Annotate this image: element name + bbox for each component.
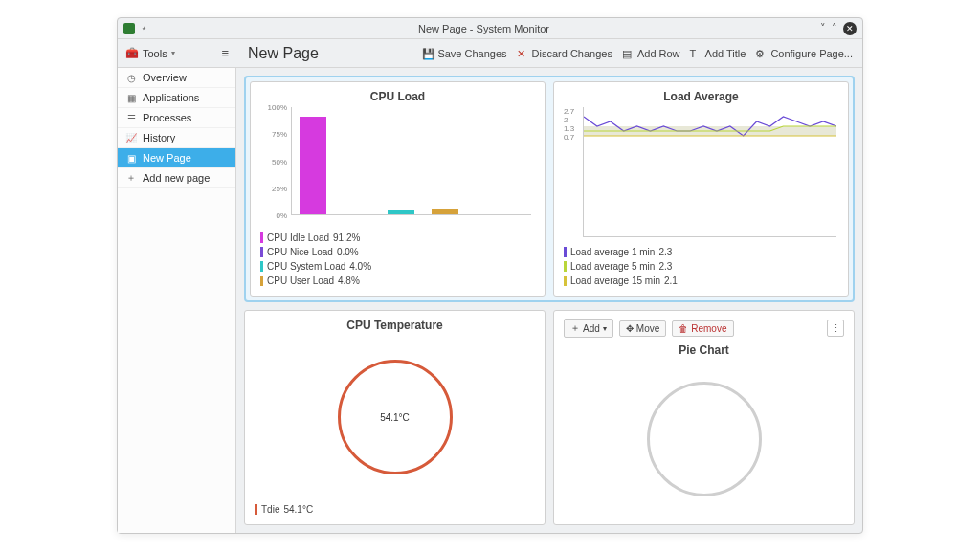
speedometer-icon: ◷ xyxy=(125,72,137,83)
chevron-down-icon: ▾ xyxy=(603,324,607,333)
row-2: CPU Temperature 54.1°C Tdie 54.1°C ＋ Add xyxy=(244,310,855,525)
page-title: New Page xyxy=(236,45,351,62)
legend-item: Load average 1 min 2.3 xyxy=(564,245,838,259)
legend-item: CPU Nice Load 0.0% xyxy=(260,245,535,259)
list-icon: ☰ xyxy=(125,112,137,123)
titlebar: ⋆ New Page - System Monitor ˅ ˄ ✕ xyxy=(118,18,862,39)
discard-changes-button[interactable]: ✕ Discard Changes xyxy=(517,48,612,59)
legend-item: Load average 5 min 2.3 xyxy=(564,259,838,274)
tools-menu[interactable]: 🧰 Tools ▾ xyxy=(125,47,175,59)
minimize-button[interactable]: ˅ xyxy=(820,22,826,34)
pie-ring-empty xyxy=(647,382,762,496)
chart-icon: 📈 xyxy=(125,132,137,143)
move-button[interactable]: ✥ Move xyxy=(619,320,666,337)
sidebar-item-processes[interactable]: ☰ Processes xyxy=(118,108,235,128)
panel-title: Load Average xyxy=(564,90,838,103)
plus-icon: ＋ xyxy=(125,172,137,184)
bar xyxy=(300,117,326,214)
window-body: ◷ Overview ▦ Applications ☰ Processes 📈 … xyxy=(118,68,862,533)
save-changes-button[interactable]: 💾 Save Changes xyxy=(422,48,506,59)
app-icon xyxy=(123,23,135,34)
legend-item: Load average 15 min 2.1 xyxy=(564,274,838,288)
window-title: New Page - System Monitor xyxy=(147,23,820,34)
add-title-button[interactable]: T Add Title xyxy=(690,48,746,59)
add-row-icon: ▤ xyxy=(622,48,634,59)
sidebar-item-history[interactable]: 📈 History xyxy=(118,128,235,148)
row-1[interactable]: CPU Load 100% 75% 50% 25% 0% xyxy=(244,76,855,302)
bar xyxy=(388,210,414,214)
content-area: CPU Load 100% 75% 50% 25% 0% xyxy=(236,68,862,533)
trash-icon: 🗑 xyxy=(679,323,688,334)
panel-title: CPU Load xyxy=(260,90,535,103)
y-axis-labels: 100% 75% 50% 25% 0% xyxy=(260,107,289,215)
page-actions: 💾 Save Changes ✕ Discard Changes ▤ Add R… xyxy=(351,48,862,59)
panel-load-average[interactable]: Load Average 2.7 2 1.3 0.7 xyxy=(553,81,849,297)
close-button[interactable]: ✕ xyxy=(843,22,857,35)
panel-title: Pie Chart xyxy=(564,343,844,357)
configure-page-button[interactable]: ⚙ Configure Page... xyxy=(755,48,853,59)
load-average-chart: 2.7 2 1.3 0.7 xyxy=(564,107,838,241)
sidebar-item-overview[interactable]: ◷ Overview xyxy=(118,68,235,88)
plus-icon: ＋ xyxy=(570,321,580,335)
hamburger-menu[interactable]: ≡ xyxy=(221,46,229,60)
cpu-temp-value: 54.1°C xyxy=(380,412,410,423)
toolbar: 🧰 Tools ▾ ≡ New Page 💾 Save Changes ✕ Di… xyxy=(118,39,862,68)
panel-title: CPU Temperature xyxy=(255,319,535,332)
legend-item: CPU System Load 4.0% xyxy=(260,259,535,274)
app-window: ⋆ New Page - System Monitor ˅ ˄ ✕ 🧰 Tool… xyxy=(117,17,863,534)
grid-icon: ▦ xyxy=(125,92,137,103)
legend-item: Tdie 54.1°C xyxy=(255,502,535,517)
add-button[interactable]: ＋ Add ▾ xyxy=(564,319,613,338)
y-axis-labels: 2.7 2 1.3 0.7 xyxy=(564,107,581,237)
configure-icon: ⚙ xyxy=(755,48,767,59)
cpu-load-chart: 100% 75% 50% 25% 0% xyxy=(260,107,535,227)
cpu-temp-ring: 54.1°C xyxy=(338,360,453,474)
more-menu[interactable]: ⋮ xyxy=(827,320,844,337)
cpu-temp-legend: Tdie 54.1°C xyxy=(255,502,535,517)
sidebar-item-add-new-page[interactable]: ＋ Add new page xyxy=(118,168,235,188)
panel-pie-chart[interactable]: ＋ Add ▾ ✥ Move 🗑 Remove ⋮ xyxy=(553,310,855,525)
page-icon: ▣ xyxy=(125,152,137,164)
sidebar-header: 🧰 Tools ▾ ≡ xyxy=(118,46,236,60)
toolbox-icon: 🧰 xyxy=(125,47,139,59)
bar xyxy=(432,209,458,214)
pie-chart xyxy=(564,361,844,517)
cpu-temp-chart: 54.1°C xyxy=(255,336,535,498)
legend-item: CPU Idle Load 91.2% xyxy=(260,231,535,245)
maximize-button[interactable]: ˄ xyxy=(832,22,837,34)
load-average-legend: Load average 1 min 2.3Load average 5 min… xyxy=(564,245,838,288)
sidebar-item-new-page[interactable]: ▣ New Page xyxy=(118,148,235,168)
save-icon: 💾 xyxy=(422,48,434,59)
panel-cpu-load[interactable]: CPU Load 100% 75% 50% 25% 0% xyxy=(250,81,546,297)
chevron-down-icon: ▾ xyxy=(171,49,175,57)
tools-label: Tools xyxy=(143,48,167,59)
discard-icon: ✕ xyxy=(517,48,528,59)
sidebar-item-applications[interactable]: ▦ Applications xyxy=(118,88,235,108)
panel-cpu-temperature[interactable]: CPU Temperature 54.1°C Tdie 54.1°C xyxy=(244,310,546,525)
remove-button[interactable]: 🗑 Remove xyxy=(672,320,733,337)
cpu-load-legend: CPU Idle Load 91.2%CPU Nice Load 0.0%CPU… xyxy=(260,231,535,288)
panel-toolbar: ＋ Add ▾ ✥ Move 🗑 Remove ⋮ xyxy=(564,319,844,338)
pin-icon[interactable]: ⋆ xyxy=(141,22,147,34)
legend-item: CPU User Load 4.8% xyxy=(260,274,535,288)
add-title-icon: T xyxy=(690,48,702,59)
sidebar: ◷ Overview ▦ Applications ☰ Processes 📈 … xyxy=(118,68,236,533)
add-row-button[interactable]: ▤ Add Row xyxy=(622,48,680,59)
move-icon: ✥ xyxy=(626,323,634,334)
